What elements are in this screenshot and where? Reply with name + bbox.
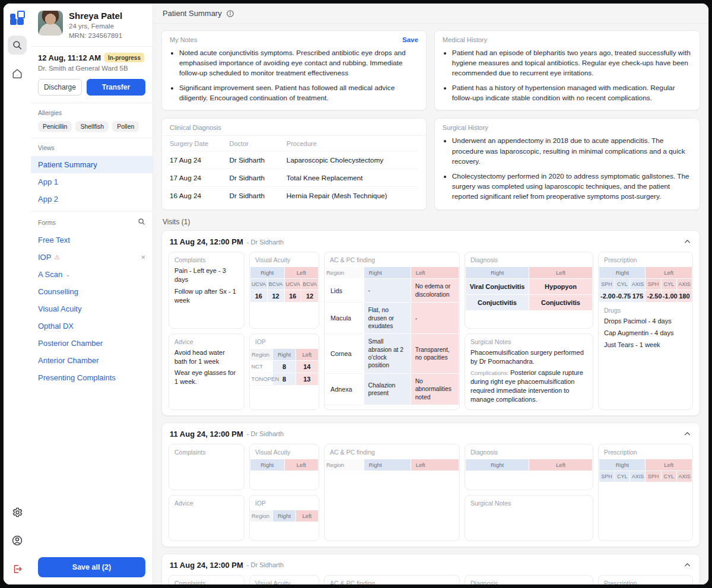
prescription-card-title: Prescription bbox=[604, 580, 687, 584]
surgical-notes-card-title: Surgical Notes bbox=[471, 338, 587, 345]
surgical-notes-card: Surgical NotesPhacoemulsification surger… bbox=[465, 333, 593, 410]
status-badge: In-progress bbox=[104, 53, 144, 62]
search-icon[interactable] bbox=[8, 36, 27, 55]
complaints-card: ComplaintsPain - Left eye - 3 daysFollow… bbox=[169, 252, 244, 328]
visual-acuity-card: Visual AcuityRightLeftUCVABCVAUCVABCVA16… bbox=[249, 575, 319, 584]
sidebar-form-item[interactable]: Posterior Chamber bbox=[31, 335, 152, 352]
ac-pc-card: AC & PC findingRegionRightLeft bbox=[324, 444, 460, 541]
diagnosis-card-title: Diagnosis bbox=[471, 449, 587, 456]
chevron-down-icon: ⌄ bbox=[65, 271, 70, 278]
sidebar-form-item[interactable]: Opthal DX bbox=[31, 317, 152, 335]
my-notes-title: My Notes bbox=[170, 36, 197, 43]
chevron-up-icon[interactable] bbox=[683, 237, 692, 246]
settings-icon[interactable] bbox=[8, 503, 27, 522]
chevron-up-icon[interactable] bbox=[683, 430, 692, 438]
visual-acuity-card: Visual AcuityRightLeft bbox=[249, 444, 319, 490]
discharge-button[interactable]: Discharge bbox=[38, 79, 82, 96]
sidebar-form-item[interactable]: IOP⚠× bbox=[31, 249, 152, 266]
logout-icon[interactable] bbox=[8, 560, 27, 579]
ac-pc-card-title: AC & PC finding bbox=[330, 580, 454, 584]
forms-search-icon[interactable] bbox=[138, 218, 145, 227]
table-row[interactable]: 17 Aug 24Dr SidharthTotal Knee Replaceme… bbox=[170, 169, 418, 187]
iop-table: RegionRightLeftNCT814TONOPEN813 bbox=[250, 348, 319, 386]
my-notes-save-link[interactable]: Save bbox=[402, 36, 418, 43]
prescription-card-title: Prescription bbox=[604, 449, 687, 456]
sidebar-form-item[interactable]: A Scan⌄ bbox=[31, 266, 152, 283]
my-notes-card: My Notes Save Noted acute conjunctivitis… bbox=[161, 30, 427, 110]
advice-card-title: Advice bbox=[174, 338, 239, 345]
drugs-label: Drugs bbox=[604, 307, 687, 314]
app-window: Shreya Patel 24 yrs, Female MRN: 2345678… bbox=[3, 3, 709, 585]
prescription-card-title: Prescription bbox=[604, 256, 687, 263]
visit-card: 11 Aug 24, 12:00 PM- Dr SidharthComplain… bbox=[161, 554, 700, 584]
sidebar-view-item[interactable]: Patient Summary bbox=[31, 156, 152, 173]
allergy-chip: Pollen bbox=[112, 121, 139, 132]
main-content: Patient Summary My Notes Save Noted acut… bbox=[153, 4, 708, 584]
allergy-chips: PenicillinShellfishPollen bbox=[38, 121, 145, 132]
visit-header: 11 Aug 24, 12:00 PM- Dr Sidharth bbox=[169, 560, 693, 575]
complaints-card-title: Complaints bbox=[174, 256, 239, 263]
close-icon[interactable]: × bbox=[141, 253, 145, 262]
visual-acuity-card-title: Visual Acuity bbox=[255, 256, 313, 263]
table-row[interactable]: 17 Aug 24Dr SidharthLaparoscopic Cholecy… bbox=[170, 151, 418, 169]
sidebar-form-item[interactable]: Free Text bbox=[31, 231, 152, 249]
app-logo-icon[interactable] bbox=[9, 11, 25, 26]
clinical-diagnosis-card: Clinical Diagnosis Surgery DateDoctorPro… bbox=[161, 118, 427, 210]
diagnosis-table: RightLeftViral ConjuctivitisHypopyonConj… bbox=[465, 266, 593, 311]
bullet-item: Significant improvement seen. Patient ha… bbox=[179, 83, 418, 103]
patient-sidebar: Shreya Patel 24 yrs, Female MRN: 2345678… bbox=[31, 4, 153, 584]
ac-pc-card-title: AC & PC finding bbox=[330, 449, 454, 456]
ac-pc-table: RegionRightLeft bbox=[325, 459, 459, 471]
ac-pc-card: AC & PC findingRegionRightLeftLids-No ed… bbox=[324, 575, 460, 584]
warning-icon: ⚠ bbox=[54, 254, 59, 260]
sidebar-form-item[interactable]: Anterior Chamber bbox=[31, 352, 152, 369]
save-all-button[interactable]: Save all (2) bbox=[38, 557, 145, 577]
prescription-card: PrescriptionRightLeftSPHCYLAXISSPHCYLAXI… bbox=[598, 252, 693, 410]
forms-nav: Free TextIOP⚠×A Scan⌄CounsellingVisual A… bbox=[31, 229, 152, 390]
visual-acuity-table: RightLeft bbox=[250, 459, 319, 471]
surgical-notes-card-title: Surgical Notes bbox=[471, 500, 587, 507]
forms-label: Forms bbox=[38, 219, 56, 226]
chevron-up-icon[interactable] bbox=[683, 561, 692, 570]
visual-acuity-card-title: Visual Acuity bbox=[255, 580, 313, 584]
diagnosis-card-title: Diagnosis bbox=[471, 580, 587, 584]
home-icon[interactable] bbox=[8, 64, 27, 83]
info-icon[interactable] bbox=[226, 9, 234, 18]
avatar bbox=[38, 11, 63, 36]
diagnosis-table: RightLeft bbox=[465, 459, 593, 471]
complaints-card: ComplaintsPain - Left eye - 3 daysFollow… bbox=[169, 575, 244, 584]
allergies-label: Allergies bbox=[38, 109, 145, 116]
patient-name: Shreya Patel bbox=[69, 11, 122, 21]
bullet-item: Patient has a history of hypertension ma… bbox=[452, 83, 692, 103]
iop-card: IOPRegionRightLeftNCT814TONOPEN813 bbox=[249, 333, 319, 410]
sidebar-view-item[interactable]: App 1 bbox=[31, 173, 152, 190]
advice-card: AdviceAvoid head water bath for 1 weekWe… bbox=[169, 333, 244, 410]
complications-label: Complications: bbox=[471, 370, 510, 376]
encounter-location: Dr. Smith at General Ward 5B bbox=[38, 65, 145, 72]
visit-card: 11 Aug 24, 12:00 PM- Dr SidharthComplain… bbox=[161, 422, 700, 547]
drugs-section: DrugsDrops Pacimol - 4 daysCap Augmentin… bbox=[604, 303, 687, 349]
sidebar-form-item[interactable]: Counselling bbox=[31, 283, 152, 300]
sidebar-view-item[interactable]: App 2 bbox=[31, 190, 152, 208]
sidebar-form-item[interactable]: Presenting Complaints bbox=[31, 369, 152, 386]
table-row[interactable]: 16 Aug 24Dr SidharthHernia Repair (Mesh … bbox=[170, 187, 418, 205]
visual-acuity-table: RightLeftUCVABCVAUCVABCVA16121612 bbox=[250, 266, 319, 303]
profile-icon[interactable] bbox=[8, 531, 27, 550]
ac-pc-card: AC & PC findingRegionRightLeftLids-No ed… bbox=[324, 252, 460, 410]
surgical-history-title: Surgical History bbox=[443, 124, 488, 131]
sidebar-form-item[interactable]: Visual Acuity bbox=[31, 300, 152, 317]
visit-card: 11 Aug 24, 12:00 PM- Dr SidharthComplain… bbox=[161, 230, 700, 416]
patient-age-sex: 24 yrs, Female bbox=[69, 22, 122, 31]
visit-header: 11 Aug 24, 12:00 PM- Dr Sidharth bbox=[169, 428, 693, 444]
drug-line: Cap Augmentin - 4 days bbox=[604, 329, 687, 338]
clinical-diagnosis-table: Surgery DateDoctorProcedure 17 Aug 24Dr … bbox=[170, 136, 418, 204]
column-header: Procedure bbox=[287, 136, 418, 151]
advice-card: Advice bbox=[169, 495, 244, 541]
advice-card-title: Advice bbox=[174, 500, 239, 507]
bullet-item: Noted acute conjunctivitis symptoms. Pre… bbox=[179, 48, 418, 78]
my-notes-bullets: Noted acute conjunctivitis symptoms. Pre… bbox=[179, 48, 418, 103]
complaints-card-title: Complaints bbox=[174, 580, 239, 584]
views-label: Views bbox=[38, 144, 145, 151]
transfer-button[interactable]: Transfer bbox=[87, 79, 145, 96]
visit-datetime: 11 Aug 24, 12:00 PM bbox=[170, 561, 243, 570]
